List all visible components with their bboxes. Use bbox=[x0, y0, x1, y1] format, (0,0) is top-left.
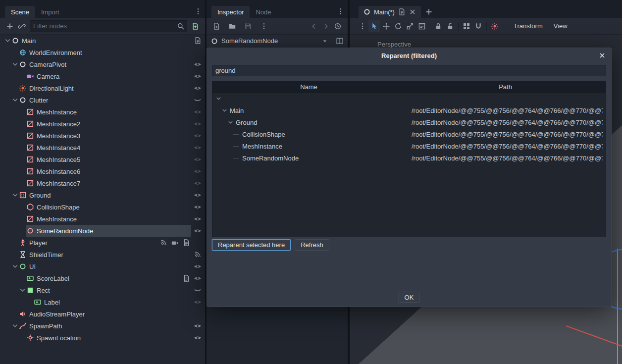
tree-item-meshinstance7[interactable]: MeshInstance7 bbox=[0, 177, 205, 189]
load-resource-icon[interactable] bbox=[226, 20, 238, 32]
reparent-tree-item-somerandomnode[interactable]: SomeRandomNode/root/EditorNode/@@755/@@7… bbox=[212, 152, 606, 164]
tree-item-rect[interactable]: Rect bbox=[0, 284, 205, 296]
eye-icon[interactable] bbox=[193, 144, 202, 152]
eye-icon[interactable] bbox=[193, 156, 202, 163]
tree-item-camerapivot[interactable]: CameraPivot bbox=[0, 58, 205, 70]
tree-item-player[interactable]: Player bbox=[0, 237, 205, 249]
attach-script-icon[interactable] bbox=[189, 20, 201, 32]
chevron-down-icon[interactable] bbox=[321, 37, 329, 45]
perspective-menu[interactable]: Perspective bbox=[377, 41, 411, 48]
tree-item-spawnpath[interactable]: SpawnPath bbox=[0, 320, 205, 332]
script-icon[interactable] bbox=[398, 8, 406, 16]
eye-icon[interactable] bbox=[193, 203, 202, 211]
tab-import[interactable]: Import bbox=[35, 6, 65, 18]
menu-dots-icon[interactable] bbox=[258, 20, 270, 32]
tree-item-meshinstance3[interactable]: MeshInstance3 bbox=[0, 130, 205, 142]
expand-arrow-icon[interactable] bbox=[11, 96, 19, 104]
lock-icon[interactable] bbox=[432, 20, 444, 32]
tree-item-somerandomnode[interactable]: SomeRandomNode bbox=[0, 225, 205, 237]
group-icon[interactable] bbox=[170, 239, 179, 247]
eye-icon[interactable] bbox=[193, 262, 202, 270]
new-scene-tab-icon[interactable] bbox=[425, 8, 433, 16]
tree-item-meshinstance2[interactable]: MeshInstance2 bbox=[0, 118, 205, 130]
add-node-icon[interactable] bbox=[4, 20, 16, 32]
expand-arrow-icon[interactable] bbox=[11, 322, 19, 330]
tree-item-ui[interactable]: UI bbox=[0, 260, 205, 272]
tree-item-meshinstance4[interactable]: MeshInstance4 bbox=[0, 142, 205, 154]
eye-icon[interactable] bbox=[193, 334, 202, 342]
expand-arrow-icon[interactable] bbox=[215, 95, 222, 103]
tab-scene[interactable]: Scene bbox=[5, 6, 35, 18]
eye-icon[interactable] bbox=[193, 179, 202, 187]
close-icon[interactable] bbox=[409, 8, 416, 16]
tree-item-camera[interactable]: Camera bbox=[0, 70, 205, 82]
scene-tab-main[interactable]: Main(*) bbox=[359, 6, 421, 18]
tree-item-collisionshape[interactable]: CollisionShape bbox=[0, 201, 205, 213]
eye-icon[interactable] bbox=[193, 60, 202, 68]
eye-icon[interactable] bbox=[193, 227, 202, 235]
back-arrow-icon[interactable] bbox=[308, 20, 320, 32]
dialog-close-icon[interactable] bbox=[598, 52, 606, 59]
signal-icon[interactable] bbox=[193, 251, 202, 259]
unlock-icon[interactable] bbox=[444, 20, 456, 32]
inspector-dock-menu-icon[interactable] bbox=[337, 7, 345, 15]
script-icon[interactable] bbox=[182, 239, 191, 247]
tab-inspector[interactable]: Inspector bbox=[211, 6, 250, 18]
history-icon[interactable] bbox=[332, 20, 344, 32]
tree-item-meshinstance5[interactable]: MeshInstance5 bbox=[0, 154, 205, 165]
expand-arrow-icon[interactable] bbox=[227, 118, 234, 126]
closed-eye-icon[interactable] bbox=[193, 96, 202, 104]
reparent-tree-item-meshinstance[interactable]: MeshInstance/root/EditorNode/@@755/@@756… bbox=[212, 140, 606, 152]
eye-icon[interactable] bbox=[193, 215, 202, 223]
eye-icon[interactable] bbox=[193, 322, 202, 330]
eye-icon[interactable] bbox=[193, 120, 202, 128]
tab-node[interactable]: Node bbox=[250, 6, 277, 18]
script-icon[interactable] bbox=[182, 274, 191, 282]
scene-dock-menu-icon[interactable] bbox=[194, 7, 202, 15]
expand-arrow-icon[interactable] bbox=[19, 286, 26, 294]
expand-arrow-icon[interactable] bbox=[221, 106, 228, 114]
tree-item-worldenvironment[interactable]: WorldEnvironment bbox=[0, 47, 205, 58]
reparent-tree-item-ground[interactable]: Ground/root/EditorNode/@@755/@@756/@@764… bbox=[212, 116, 606, 128]
scale-tool-icon[interactable] bbox=[404, 20, 416, 32]
tree-item-audiostreamplayer[interactable]: AudioStreamPlayer bbox=[0, 308, 205, 320]
new-resource-icon[interactable] bbox=[210, 20, 222, 32]
eye-icon[interactable] bbox=[193, 72, 202, 80]
instance-scene-icon[interactable] bbox=[16, 20, 28, 32]
eye-icon[interactable] bbox=[193, 298, 202, 306]
tree-item-shieldtimer[interactable]: ShieldTimer bbox=[0, 249, 205, 260]
open-docs-icon[interactable] bbox=[336, 37, 344, 45]
select-tool-icon[interactable] bbox=[368, 20, 380, 32]
expand-arrow-icon[interactable] bbox=[11, 191, 19, 199]
expand-arrow-icon[interactable] bbox=[11, 60, 19, 68]
reparent-tree-item-collisionshape[interactable]: CollisionShape/root/EditorNode/@@755/@@7… bbox=[212, 128, 606, 140]
tree-item-meshinstance[interactable]: MeshInstance bbox=[0, 106, 205, 118]
menu-transform[interactable]: Transform bbox=[509, 22, 548, 30]
tree-item-meshinstance6[interactable]: MeshInstance6 bbox=[0, 165, 205, 177]
expand-arrow-icon[interactable] bbox=[4, 37, 11, 45]
reparent-tree-item-root[interactable] bbox=[212, 93, 606, 104]
ok-button[interactable]: OK bbox=[399, 292, 420, 303]
reparent-tree-item-main[interactable]: Main/root/EditorNode/@@755/@@756/@@764/@… bbox=[212, 104, 606, 116]
preview-light-icon[interactable] bbox=[489, 20, 501, 32]
refresh-button[interactable]: Refresh bbox=[295, 239, 329, 251]
script-icon[interactable] bbox=[193, 37, 202, 45]
save-resource-icon[interactable] bbox=[242, 20, 254, 32]
menu-view[interactable]: View bbox=[549, 22, 572, 30]
tree-item-directionallight[interactable]: DirectionalLight bbox=[0, 82, 205, 94]
eye-icon[interactable] bbox=[193, 84, 202, 92]
tree-item-main[interactable]: Main bbox=[0, 35, 205, 47]
filter-nodes-input[interactable] bbox=[30, 20, 187, 32]
signal-icon[interactable] bbox=[159, 239, 168, 247]
tree-item-clutter[interactable]: Clutter bbox=[0, 94, 205, 106]
list-select-tool-icon[interactable] bbox=[416, 20, 428, 32]
group-selected-icon[interactable] bbox=[461, 20, 472, 32]
eye-icon[interactable] bbox=[193, 132, 202, 140]
tree-item-label[interactable]: Label bbox=[0, 296, 205, 308]
closed-eye-icon[interactable] bbox=[193, 286, 202, 294]
tree-item-spawnlocation[interactable]: SpawnLocation bbox=[0, 332, 205, 344]
eye-icon[interactable] bbox=[193, 167, 202, 175]
snap-icon[interactable] bbox=[472, 20, 484, 32]
tree-item-meshinstance[interactable]: MeshInstance bbox=[0, 213, 205, 225]
dialog-search-input[interactable] bbox=[212, 65, 606, 76]
